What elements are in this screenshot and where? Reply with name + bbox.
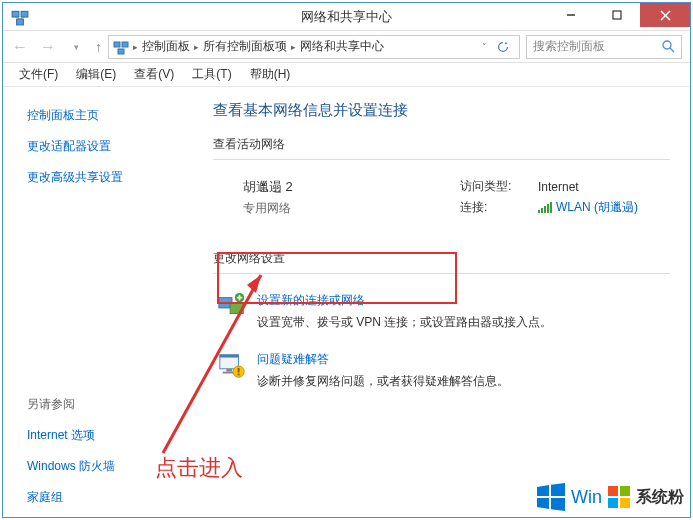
- chevron-right-icon[interactable]: ▸: [194, 42, 199, 52]
- window-title: 网络和共享中心: [301, 8, 392, 26]
- svg-rect-17: [547, 204, 549, 213]
- history-dropdown[interactable]: ▾: [63, 34, 89, 60]
- window-frame: 网络和共享中心 ← → ▾ ↑ ▸ 控制面板 ▸ 所有控制面板项 ▸ 网络和共享…: [2, 2, 691, 518]
- network-type: 专用网络: [243, 200, 460, 217]
- dropdown-chevron-icon[interactable]: ˅: [482, 42, 487, 52]
- back-button[interactable]: ←: [7, 34, 33, 60]
- watermark-win: Win: [571, 487, 602, 508]
- action-desc: 设置宽带、拨号或 VPN 连接；或设置路由器或接入点。: [257, 314, 552, 331]
- window-controls: [548, 3, 690, 27]
- network-center-icon: [113, 39, 129, 55]
- svg-marker-32: [247, 275, 261, 293]
- search-input[interactable]: 搜索控制面板: [526, 35, 682, 59]
- sidebar-adapter-link[interactable]: 更改适配器设置: [27, 138, 203, 155]
- connection-label: 连接:: [460, 199, 518, 216]
- chevron-right-icon[interactable]: ▸: [291, 42, 296, 52]
- chevron-right-icon[interactable]: ▸: [133, 42, 138, 52]
- svg-rect-11: [118, 49, 124, 54]
- active-network-block: 胡邋遢 2 专用网络 访问类型: Internet 连接: WLAN (胡邋遢): [213, 178, 670, 220]
- svg-rect-1: [21, 11, 28, 17]
- navigation-bar: ← → ▾ ↑ ▸ 控制面板 ▸ 所有控制面板项 ▸ 网络和共享中心 ˅ 搜索控…: [3, 31, 690, 63]
- svg-rect-14: [538, 210, 540, 213]
- see-also-link[interactable]: 家庭组: [27, 489, 203, 506]
- microsoft-logo-icon: [608, 486, 630, 508]
- svg-rect-0: [12, 11, 19, 17]
- main-content: 查看基本网络信息并设置连接 查看活动网络 胡邋遢 2 专用网络 访问类型: In…: [203, 87, 690, 517]
- breadcrumb[interactable]: ▸ 控制面板 ▸ 所有控制面板项 ▸ 网络和共享中心 ˅: [108, 35, 520, 59]
- active-networks-heading: 查看活动网络: [213, 136, 670, 153]
- annotation-label: 点击进入: [155, 453, 243, 483]
- access-type-value: Internet: [538, 180, 579, 194]
- network-name: 胡邋遢 2: [243, 178, 460, 196]
- access-type-label: 访问类型:: [460, 178, 518, 195]
- action-desc: 诊断并修复网络问题，或者获得疑难解答信息。: [257, 373, 509, 390]
- svg-rect-2: [17, 19, 24, 25]
- menu-file[interactable]: 文件(F): [19, 66, 58, 83]
- action-title: 问题疑难解答: [257, 351, 509, 368]
- menu-help[interactable]: 帮助(H): [250, 66, 291, 83]
- menu-bar: 文件(F) 编辑(E) 查看(V) 工具(T) 帮助(H): [3, 63, 690, 87]
- watermark-brand: 系统粉: [636, 487, 684, 508]
- titlebar[interactable]: 网络和共享中心: [3, 3, 690, 31]
- sidebar-home-link[interactable]: 控制面板主页: [27, 107, 203, 124]
- annotation-arrow: [143, 263, 273, 463]
- troubleshoot-action[interactable]: 问题疑难解答 诊断并修复网络问题，或者获得疑难解答信息。: [213, 351, 670, 390]
- search-icon: [662, 40, 675, 53]
- svg-rect-9: [114, 42, 120, 47]
- watermark: Win 系统粉: [537, 483, 684, 511]
- wifi-signal-icon: [538, 202, 552, 214]
- menu-edit[interactable]: 编辑(E): [76, 66, 116, 83]
- svg-line-31: [163, 275, 261, 453]
- svg-line-13: [670, 48, 674, 52]
- connection-value: WLAN (胡邋遢): [556, 199, 638, 216]
- maximize-button[interactable]: [594, 3, 640, 27]
- close-button[interactable]: [640, 3, 690, 27]
- breadcrumb-item[interactable]: 网络和共享中心: [300, 38, 384, 55]
- menu-view[interactable]: 查看(V): [134, 66, 174, 83]
- minimize-button[interactable]: [548, 3, 594, 27]
- menu-tools[interactable]: 工具(T): [192, 66, 231, 83]
- svg-rect-6: [613, 11, 621, 19]
- connection-link[interactable]: WLAN (胡邋遢): [538, 199, 638, 216]
- forward-button[interactable]: →: [35, 34, 61, 60]
- windows-logo-icon: [537, 483, 565, 511]
- refresh-button[interactable]: [491, 40, 515, 54]
- svg-rect-15: [541, 208, 543, 213]
- search-placeholder: 搜索控制面板: [533, 38, 605, 55]
- breadcrumb-item[interactable]: 控制面板: [142, 38, 190, 55]
- svg-rect-10: [122, 42, 128, 47]
- svg-point-12: [663, 41, 671, 49]
- svg-rect-16: [544, 206, 546, 213]
- breadcrumb-item[interactable]: 所有控制面板项: [203, 38, 287, 55]
- sidebar-advanced-link[interactable]: 更改高级共享设置: [27, 169, 203, 186]
- svg-rect-18: [550, 202, 552, 213]
- page-heading: 查看基本网络信息并设置连接: [213, 101, 670, 120]
- up-button[interactable]: ↑: [95, 39, 102, 55]
- network-center-icon: [11, 8, 29, 26]
